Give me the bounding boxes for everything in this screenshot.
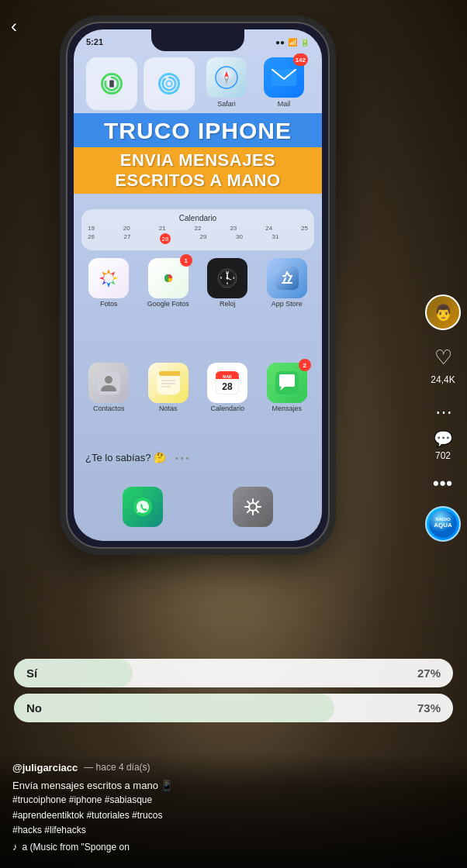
calendario-app[interactable]: MAR 28 Calendario	[200, 363, 255, 412]
safari-app[interactable]: Safari	[201, 57, 252, 110]
poll-si-pct: 27%	[417, 666, 441, 680]
battery-widget-2	[144, 57, 195, 110]
google-fotos-app[interactable]: 1 Google Fotos	[141, 258, 196, 308]
svg-marker-17	[101, 280, 107, 286]
svg-point-32	[105, 376, 112, 384]
banner-truco-text: TRUCO IPHONE	[78, 118, 318, 144]
settings-app[interactable]	[233, 487, 273, 527]
google-fotos-icon: 1	[148, 258, 189, 298]
whatsapp-icon	[123, 487, 163, 527]
music-text: a (Music from "Sponge on	[22, 842, 130, 852]
mensajes-label: Mensajes	[272, 405, 302, 412]
svg-marker-19	[101, 270, 107, 277]
music-note-icon: ♪	[12, 841, 18, 852]
status-bar: 5:21 ●● 📶 🔋	[86, 34, 310, 50]
appstore-app[interactable]: App Store	[260, 258, 315, 308]
mail-badge: 142	[293, 53, 308, 66]
comment-bubble: 💬	[434, 429, 453, 448]
svg-rect-1	[109, 80, 114, 87]
aqua-badge[interactable]: RADIO AQUA	[425, 506, 461, 542]
svg-marker-15	[110, 280, 116, 286]
google-fotos-label: Google Fotos	[147, 300, 189, 308]
svg-point-3	[166, 81, 171, 86]
music-row: ♪ a (Music from "Sponge on	[12, 841, 455, 852]
comment-icon: ⋯	[428, 398, 458, 427]
poll-option-si[interactable]: Sí 27%	[14, 659, 453, 687]
more-dots-icon: •••	[433, 474, 453, 494]
calendario-icon: MAR 28	[207, 363, 247, 403]
banner-line2: ESCRITOS A MANO	[78, 170, 318, 191]
poll-container: Sí 27% No 73%	[0, 659, 467, 728]
svg-text:MAR: MAR	[223, 374, 233, 379]
banner-line1: ENVIA MENSAJES	[78, 150, 318, 170]
poll-no-label: No	[26, 701, 42, 715]
caption: Envía mensajes escritos a mano 📱	[12, 778, 455, 794]
appstore-label: App Store	[272, 300, 303, 308]
username[interactable]: @juligarciacc	[12, 762, 78, 773]
contactos-label: Contactos	[93, 405, 125, 412]
like-action[interactable]: ♡ 24,4K	[428, 343, 458, 385]
notas-app[interactable]: Notas	[141, 363, 196, 412]
mensajes-badge: 2	[299, 359, 311, 371]
poll-si-label: Sí	[26, 666, 37, 680]
comment-count: 702	[435, 450, 451, 461]
reloj-label: Reloj	[220, 300, 236, 308]
heart-icon: ♡	[428, 343, 458, 372]
like-count: 24,4K	[431, 374, 455, 385]
whatsapp-app[interactable]	[123, 487, 163, 527]
fotos-label: Fotos	[100, 300, 118, 308]
svg-marker-13	[110, 270, 116, 277]
poll-option-no[interactable]: No 73%	[14, 694, 453, 722]
pagination-dots-area: • • •	[175, 453, 189, 463]
notas-icon	[148, 363, 189, 403]
te-lo-sabias-text: ¿Te lo sabías? 🤔 • • •	[85, 452, 189, 463]
mensajes-app[interactable]: 2 Mensajes	[260, 363, 315, 412]
battery-ring-teal	[158, 73, 180, 95]
right-sidebar: 👨 ♡ 24,4K ⋯ 💬 702 ••• RADIO AQUA	[425, 294, 461, 542]
svg-text:28: 28	[223, 381, 234, 392]
svg-rect-29	[275, 267, 299, 290]
bottom-info: @juligarciacc — hace 4 día(s) Envía mens…	[0, 753, 467, 868]
status-icons: ●● 📶 🔋	[275, 38, 310, 46]
svg-text:12: 12	[226, 270, 230, 274]
banner-envia: ENVIA MENSAJES ESCRITOS A MANO	[74, 147, 322, 194]
app-grid-row1: Fotos 1 Google Fotos	[81, 258, 314, 308]
svg-marker-12	[107, 269, 111, 274]
calendar-label: Calendario	[88, 214, 308, 222]
notas-label: Notas	[159, 405, 178, 412]
phone-dock	[88, 487, 308, 527]
svg-rect-34	[159, 371, 180, 376]
status-time: 5:21	[86, 37, 103, 46]
back-button[interactable]: ‹	[11, 16, 17, 37]
settings-icon	[233, 487, 273, 527]
battery-icon: 🔋	[300, 38, 310, 46]
fotos-app[interactable]: Fotos	[81, 258, 137, 308]
hashtags: #trucoiphone #iphone #sabiasque#aprendee…	[12, 793, 455, 838]
svg-marker-18	[99, 277, 105, 281]
comment-action[interactable]: ⋯ 💬 702	[428, 398, 458, 461]
more-action[interactable]: •••	[433, 474, 453, 494]
hashtags-text: #trucoiphone #iphone #sabiasque#aprendee…	[12, 794, 162, 835]
svg-marker-14	[112, 277, 118, 281]
post-time: — hace 4 día(s)	[84, 762, 150, 773]
poll-no-pct: 73%	[417, 701, 441, 715]
svg-point-2	[163, 78, 176, 91]
cal-row2: 262728293031	[88, 233, 308, 244]
cal-row1: 19202122232425	[88, 225, 308, 232]
calendario-label: Calendario	[210, 405, 244, 412]
poll-fill-no	[14, 694, 334, 722]
calendar-widget: Calendario 19202122232425 262728293031	[81, 209, 314, 250]
signal-icon: ●●	[275, 38, 285, 46]
mail-app[interactable]: 142 Mail	[258, 57, 310, 110]
reloj-app[interactable]: 12 6 9 3 Reloj	[200, 258, 255, 308]
mensajes-icon: 2	[267, 363, 307, 403]
fotos-icon	[88, 258, 129, 298]
appstore-icon	[267, 258, 307, 298]
mail-label: Mail	[278, 100, 291, 108]
top-widgets: Safari 142 Mail	[81, 53, 314, 115]
creator-avatar[interactable]: 👨	[425, 294, 461, 330]
contactos-app[interactable]: Contactos	[81, 363, 137, 412]
mail-icon: 142	[264, 57, 304, 98]
svg-marker-16	[107, 282, 111, 288]
wifi-icon: 📶	[288, 38, 297, 46]
